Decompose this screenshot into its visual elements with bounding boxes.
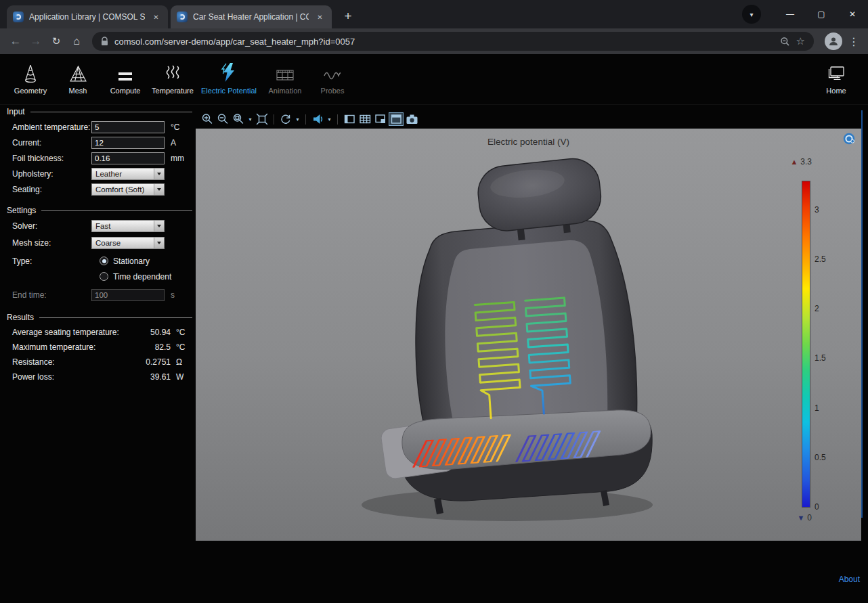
forward-icon[interactable]: →: [26, 31, 46, 51]
tab-search-button[interactable]: ▾: [742, 5, 761, 24]
foil-thickness-input[interactable]: [91, 152, 165, 164]
input-section-header: Input: [0, 106, 195, 117]
chevron-down-icon: [154, 184, 164, 195]
chevron-down-icon[interactable]: ▾: [326, 116, 333, 122]
field-label: Foil thickness:: [12, 154, 91, 163]
zoom-out-icon[interactable]: [215, 112, 230, 126]
url-text: comsol.com/server-demo/app/car_seat_heat…: [114, 37, 774, 47]
show-axes-icon[interactable]: [373, 112, 388, 126]
geometry-icon: [22, 60, 39, 83]
car-seat-render: [196, 129, 861, 541]
scene-light-icon[interactable]: [310, 112, 325, 126]
radio-label: Stationary: [113, 256, 150, 266]
app-ribbon: Geometry Mesh Compute Temperature Electr…: [0, 54, 868, 105]
colorbar-tick: 0.5: [815, 453, 838, 462]
toolbar-separator: [274, 114, 274, 125]
ribbon-temperature[interactable]: Temperature: [149, 60, 196, 95]
result-value: 39.61: [131, 372, 171, 382]
time-dependent-radio[interactable]: [100, 272, 108, 281]
reload-icon[interactable]: ↻: [46, 31, 66, 51]
zoom-box-icon[interactable]: [231, 112, 246, 126]
colorbar: [802, 181, 810, 508]
new-tab-button[interactable]: +: [339, 7, 357, 26]
stationary-radio[interactable]: [100, 256, 108, 265]
colorbar-tick: 1: [815, 403, 838, 413]
seating-select[interactable]: Comfort (Soft): [91, 183, 165, 196]
zoom-in-icon[interactable]: [200, 112, 215, 126]
chevron-down-icon[interactable]: ▾: [294, 116, 301, 122]
result-row: Average seating temperature: 50.94 °C: [0, 325, 195, 340]
field-unit: A: [171, 138, 176, 148]
ribbon-mesh[interactable]: Mesh: [54, 60, 102, 95]
ribbon-geometry[interactable]: Geometry: [7, 60, 54, 95]
upholstery-select[interactable]: Leather: [91, 168, 165, 180]
bookmark-star-icon[interactable]: ☆: [796, 35, 805, 47]
ribbon-label: Mesh: [69, 87, 87, 95]
show-grid-icon[interactable]: [357, 112, 372, 126]
snapshot-camera-icon[interactable]: [404, 112, 419, 126]
result-label: Maximum temperature:: [12, 342, 131, 352]
chevron-down-icon: [154, 169, 164, 179]
back-icon[interactable]: ←: [5, 31, 26, 51]
graphics-toolbar: ▾ ▾ ▾: [200, 112, 419, 127]
plot-canvas[interactable]: Electric potential (V): [196, 129, 861, 541]
show-legend-icon[interactable]: [342, 112, 357, 126]
ribbon-label: Animation: [269, 87, 302, 95]
ribbon-electric-potential[interactable]: Electric Potential: [196, 60, 261, 95]
comsol-favicon: [177, 12, 188, 22]
maximize-button[interactable]: ▢: [806, 0, 837, 28]
minimize-button[interactable]: —: [775, 0, 806, 28]
current-input[interactable]: [91, 137, 165, 149]
result-unit: Ω: [171, 357, 195, 367]
colorbar-max-marker: ▲3.3: [783, 157, 812, 166]
tab-car-seat-heater[interactable]: Car Seat Heater Application | CO ✕: [171, 5, 332, 28]
zoom-extents-icon[interactable]: [255, 112, 269, 126]
about-link[interactable]: About: [839, 575, 860, 584]
tab-title: Application Library | COMSOL Se: [29, 12, 145, 22]
toolbar-separator: [305, 114, 306, 125]
temperature-icon: [164, 60, 181, 83]
close-button[interactable]: ✕: [837, 0, 868, 28]
ribbon-animation[interactable]: Animation: [261, 60, 309, 95]
ribbon-probes[interactable]: Probes: [309, 60, 356, 95]
seating-row: Seating: Comfort (Soft): [0, 181, 195, 197]
colorbar-tick: 2: [815, 304, 838, 313]
tab-strip: Application Library | COMSOL Se ✕ Car Se…: [0, 0, 868, 28]
field-label: Seating:: [12, 185, 91, 194]
tab-close-icon[interactable]: ✕: [314, 12, 326, 23]
solver-select[interactable]: Fast: [91, 220, 165, 232]
mesh-size-select[interactable]: Coarse: [91, 237, 165, 249]
ribbon-compute[interactable]: Compute: [102, 60, 149, 95]
section-title: Settings: [7, 206, 36, 215]
radio-label: Time dependent: [113, 272, 171, 282]
mesh-icon: [69, 60, 87, 83]
address-bar[interactable]: comsol.com/server-demo/app/car_seat_heat…: [92, 32, 814, 51]
ambient-temperature-input[interactable]: [91, 121, 165, 133]
home-icon[interactable]: ⌂: [66, 31, 87, 51]
ribbon-label: Electric Potential: [201, 87, 257, 95]
scene-settings-icon[interactable]: [389, 112, 404, 126]
chevron-down-icon[interactable]: ▾: [246, 116, 254, 122]
min-marker-icon: ▼: [797, 514, 804, 522]
field-label: Solver:: [12, 221, 91, 231]
chevron-down-icon: ▾: [750, 11, 753, 18]
zoom-indicator-icon[interactable]: [780, 37, 790, 47]
ribbon-label: Geometry: [14, 87, 47, 95]
ribbon-home[interactable]: Home: [814, 60, 859, 95]
tab-close-icon[interactable]: ✕: [150, 12, 162, 23]
mesh-size-row: Mesh size: Coarse: [0, 235, 195, 250]
field-label: Upholstery:: [12, 169, 91, 179]
rotate-view-icon[interactable]: [278, 112, 293, 126]
ambient-temperature-row: Ambient temperature: °C: [0, 119, 195, 135]
result-label: Power loss:: [12, 372, 131, 382]
colorbar-tick: 2.5: [815, 254, 838, 264]
field-label: Mesh size:: [12, 238, 91, 248]
profile-avatar[interactable]: [825, 32, 842, 50]
browser-menu-icon[interactable]: ⋮: [845, 35, 863, 48]
field-unit: mm: [171, 154, 184, 163]
field-label: Type:: [12, 256, 91, 266]
select-value: Coarse: [92, 239, 154, 247]
result-value: 0.2751: [131, 357, 171, 367]
tab-application-library[interactable]: Application Library | COMSOL Se ✕: [7, 5, 168, 28]
result-row: Resistance: 0.2751 Ω: [0, 355, 195, 370]
